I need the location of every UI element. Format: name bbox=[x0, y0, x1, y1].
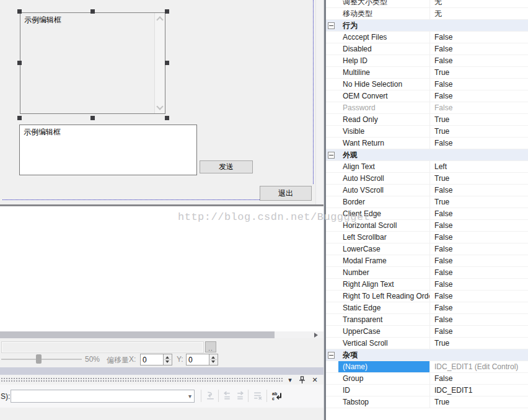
selection-handle-w[interactable] bbox=[17, 61, 22, 65]
property-row[interactable]: TabstopTrue bbox=[326, 396, 528, 408]
row-margin bbox=[326, 173, 338, 184]
property-row[interactable]: No Hide SelectionFalse bbox=[326, 79, 528, 90]
toolbar-separator bbox=[218, 390, 219, 402]
combo-dropdown-icon[interactable]: ▾ bbox=[188, 393, 191, 400]
hscroll-right-arrow-icon[interactable] bbox=[314, 333, 318, 338]
message-edit-control[interactable]: 示例编辑框 bbox=[19, 125, 197, 175]
property-value: False bbox=[430, 373, 528, 384]
selection-handle-sw[interactable] bbox=[17, 116, 22, 120]
property-row[interactable]: 调整大小类型无 bbox=[326, 0, 528, 8]
pane-splitter[interactable] bbox=[0, 367, 325, 375]
selection-handle-e[interactable] bbox=[165, 61, 169, 65]
selection-handle-n[interactable] bbox=[90, 9, 95, 14]
collapse-minus-icon[interactable] bbox=[328, 352, 335, 359]
property-category-row[interactable]: 行为 bbox=[326, 20, 528, 32]
property-row[interactable]: 移动类型无 bbox=[326, 8, 528, 20]
property-value: False bbox=[430, 267, 528, 278]
property-row[interactable]: UpperCaseFalse bbox=[326, 326, 528, 338]
property-name: Visible bbox=[338, 126, 430, 137]
scroll-down-icon[interactable] bbox=[156, 103, 163, 110]
collapse-minus-icon[interactable] bbox=[328, 152, 335, 159]
selection-handle-s[interactable] bbox=[90, 116, 95, 120]
ab-return-icon[interactable]: ab c bbox=[271, 390, 283, 401]
property-row[interactable]: OEM ConvertFalse bbox=[326, 90, 528, 102]
titlebar-grip[interactable] bbox=[1, 378, 283, 382]
property-category-row[interactable]: 杂项 bbox=[326, 349, 528, 361]
row-margin bbox=[326, 302, 338, 313]
chevron-down-icon[interactable]: ▾ bbox=[286, 375, 294, 384]
x-spinner[interactable] bbox=[163, 354, 172, 365]
property-row[interactable]: VisibleTrue bbox=[326, 126, 528, 138]
hscroll-thumb[interactable] bbox=[0, 331, 275, 338]
property-name: 杂项 bbox=[338, 349, 358, 361]
property-row[interactable]: Right To Left Reading OrderFalse bbox=[326, 291, 528, 302]
row-margin bbox=[326, 396, 338, 408]
browse-dots-button[interactable]: .. bbox=[205, 341, 216, 352]
pin-icon[interactable] bbox=[299, 376, 306, 384]
zoom-slider-track[interactable] bbox=[1, 359, 82, 360]
property-row[interactable]: GroupFalse bbox=[326, 373, 528, 385]
close-icon[interactable]: ✕ bbox=[310, 375, 319, 384]
spin-down-icon[interactable] bbox=[211, 361, 215, 363]
property-row[interactable]: Vertical ScrollTrue bbox=[326, 338, 528, 349]
property-row[interactable]: Acccept FilesFalse bbox=[326, 32, 528, 43]
property-row[interactable]: Auto HScrollTrue bbox=[326, 173, 528, 185]
property-row[interactable]: Help IDFalse bbox=[326, 55, 528, 67]
property-row[interactable]: Modal FrameFalse bbox=[326, 255, 528, 267]
collapse-minus-icon[interactable] bbox=[328, 22, 335, 29]
property-row[interactable]: IDIDC_EDIT1 bbox=[326, 385, 528, 396]
spin-down-icon[interactable] bbox=[165, 361, 169, 363]
offset-x-stepper[interactable]: 0 bbox=[140, 354, 172, 365]
row-margin bbox=[326, 8, 338, 19]
previous-result-icon[interactable] bbox=[222, 390, 232, 401]
property-row[interactable]: NumberFalse bbox=[326, 267, 528, 279]
property-value: False bbox=[430, 79, 528, 90]
property-row[interactable]: MultilineTrue bbox=[326, 67, 528, 79]
row-margin bbox=[326, 185, 338, 196]
property-row[interactable]: PasswordFalse bbox=[326, 102, 528, 114]
toolbar-separator bbox=[201, 390, 201, 402]
spin-up-icon[interactable] bbox=[211, 356, 215, 359]
goto-result-icon[interactable] bbox=[205, 390, 216, 401]
property-name: 移动类型 bbox=[338, 8, 430, 19]
find-combobox[interactable]: ▾ bbox=[11, 390, 195, 403]
zoom-slider-thumb[interactable] bbox=[36, 354, 42, 364]
property-value: False bbox=[430, 279, 528, 290]
selection-handle-ne[interactable] bbox=[165, 9, 169, 14]
row-margin bbox=[326, 161, 338, 172]
spin-up-icon[interactable] bbox=[165, 356, 169, 359]
property-row[interactable]: BorderTrue bbox=[326, 196, 528, 208]
property-row[interactable]: TransparentFalse bbox=[326, 314, 528, 326]
property-row[interactable]: LowerCaseFalse bbox=[326, 243, 528, 255]
selection-handle-se[interactable] bbox=[165, 116, 169, 120]
property-row[interactable]: Align TextLeft bbox=[326, 161, 528, 173]
svg-text:ab: ab bbox=[272, 392, 277, 396]
watermark-text: http://blog.csdn.net/Bugggget bbox=[178, 211, 370, 223]
property-row[interactable]: Left ScrollbarFalse bbox=[326, 232, 528, 243]
offset-y-stepper[interactable]: 0 bbox=[186, 354, 218, 365]
editor-horizontal-scrollbar[interactable] bbox=[0, 331, 323, 338]
property-row[interactable]: Static EdgeFalse bbox=[326, 302, 528, 314]
property-row[interactable]: (Name)IDC_EDIT1 (Edit Control) bbox=[326, 361, 528, 373]
multiline-edit-control[interactable]: 示例编辑框 bbox=[20, 12, 165, 114]
y-spinner[interactable] bbox=[209, 354, 218, 365]
exit-button[interactable]: 退出 bbox=[260, 186, 312, 201]
next-result-icon[interactable] bbox=[235, 390, 245, 401]
send-button[interactable]: 发送 bbox=[200, 160, 253, 173]
property-category-row[interactable]: 外观 bbox=[326, 149, 528, 161]
property-row[interactable]: Auto VScrollFalse bbox=[326, 185, 528, 196]
selection-handle-nw[interactable] bbox=[17, 9, 22, 14]
property-row[interactable]: Want ReturnFalse bbox=[326, 138, 528, 149]
property-row[interactable]: Right Align TextFalse bbox=[326, 279, 528, 291]
tool-window-titlebar[interactable]: ▾ ✕ bbox=[0, 375, 325, 385]
row-margin bbox=[326, 267, 338, 278]
property-name: Number bbox=[338, 267, 430, 278]
property-value: False bbox=[430, 243, 528, 255]
property-row[interactable]: DisabledFalse bbox=[326, 43, 528, 55]
scroll-up-icon[interactable] bbox=[156, 16, 163, 23]
property-row[interactable]: Read OnlyTrue bbox=[326, 114, 528, 126]
editor-vertical-scrollbar[interactable] bbox=[315, 0, 324, 204]
edit1-vertical-scrollbar[interactable] bbox=[154, 13, 165, 113]
clear-results-icon[interactable] bbox=[252, 390, 263, 401]
property-name: Tabstop bbox=[338, 396, 430, 408]
